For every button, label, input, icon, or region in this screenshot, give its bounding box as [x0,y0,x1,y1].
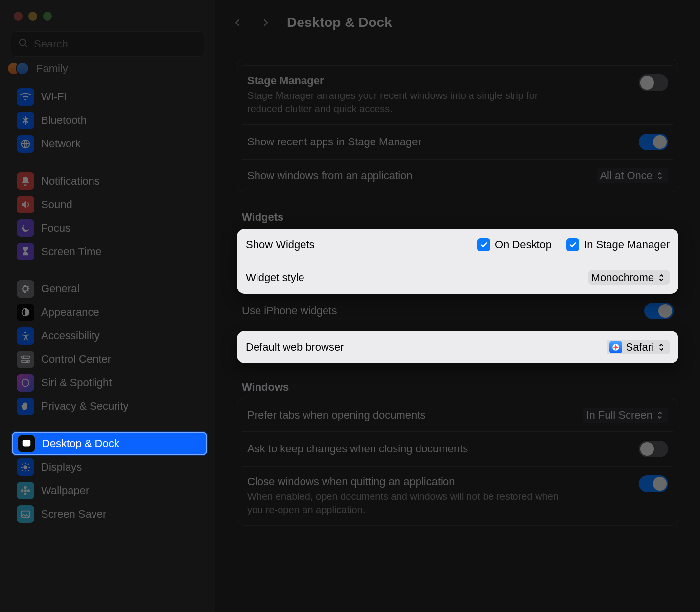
sidebar-item-screen-saver[interactable]: Screen Saver [12,502,207,526]
sidebar-item-accessibility[interactable]: Accessibility [12,324,207,348]
show-widgets-label: Show Widgets [246,238,315,251]
iphone-widgets-toggle[interactable] [644,303,674,319]
svg-point-2 [24,332,26,334]
windows-header: Windows [237,380,678,399]
svg-rect-9 [24,447,29,447]
zoom-window-button[interactable] [43,12,52,21]
header: Desktop & Dock [215,0,700,45]
back-button[interactable] [229,14,247,31]
search-field[interactable] [11,31,204,57]
sidebar-item-sound[interactable]: Sound [12,193,207,216]
sidebar-item-displays[interactable]: Displays [12,455,207,479]
sidebar-item-label: Network [41,138,81,150]
sidebar: Family Wi-Fi Bluetooth Network [0,0,215,612]
prefer-tabs-label: Prefer tabs when opening documents [247,409,425,422]
sidebar-item-label: Privacy & Security [41,400,129,413]
switches-icon [17,351,34,368]
svg-rect-8 [23,440,31,446]
sidebar-item-desktop-dock[interactable]: Desktop & Dock [12,432,207,455]
sidebar-item-network[interactable]: Network [12,132,207,156]
sidebar-item-label: Accessibility [41,330,100,342]
sidebar-item-label: Wi-Fi [41,91,66,103]
stage-manager-title: Stage Manager [247,74,560,87]
widget-style-popup[interactable]: Monochrome [588,270,670,285]
stage-recents-toggle[interactable] [639,134,668,150]
sidebar-item-wallpaper[interactable]: Wallpaper [12,479,207,502]
sidebar-item-screen-time[interactable]: Screen Time [12,240,207,263]
ask-keep-changes-toggle[interactable] [639,441,668,457]
close-windows-row: Close windows when quitting an applicati… [242,466,673,525]
gear-icon [17,280,34,298]
in-stage-manager-checkbox[interactable]: In Stage Manager [566,238,670,251]
siri-icon [17,374,34,392]
svg-point-6 [26,360,28,362]
settings-window: Family Wi-Fi Bluetooth Network [0,0,700,612]
appearance-icon [17,304,34,321]
stage-manager-group: Stage Manager Stage Manager arranges you… [237,65,678,192]
default-browser-card: Default web browser Safari [237,331,678,363]
svg-point-11 [24,489,27,492]
close-window-button[interactable] [14,12,23,21]
sidebar-item-family[interactable]: Family [12,62,207,78]
popup-value: In Full Screen [586,409,653,422]
bluetooth-icon [17,112,34,129]
prefer-tabs-popup[interactable]: In Full Screen [583,408,668,423]
stage-manager-desc: Stage Manager arranges your recent windo… [247,89,560,116]
ask-keep-changes-label: Ask to keep changes when closing documen… [247,443,468,455]
show-widgets-row: Show Widgets On Desktop In Stage Manager [237,229,678,261]
sidebar-item-wifi[interactable]: Wi-Fi [12,85,207,109]
close-windows-desc: When enabled, open documents and windows… [247,490,560,517]
safari-icon [609,341,622,353]
stage-recents-row: Show recent apps in Stage Manager [242,124,673,159]
sidebar-item-control-center[interactable]: Control Center [12,348,207,371]
updown-icon [658,273,667,282]
stage-windows-popup[interactable]: All at Once [597,168,668,183]
sidebar-item-notifications[interactable]: Notifications [12,169,207,193]
default-browser-popup[interactable]: Safari [607,340,670,354]
sidebar-item-focus[interactable]: Focus [12,216,207,240]
sidebar-item-siri-spotlight[interactable]: Siri & Spotlight [12,371,207,395]
default-browser-row: Default web browser Safari [237,331,678,363]
minimize-window-button[interactable] [28,12,37,21]
svg-point-15 [27,489,30,492]
content-scroll[interactable]: Stage Manager Stage Manager arranges you… [215,45,700,557]
sidebar-item-label: Siri & Spotlight [41,377,112,389]
family-avatars-icon [12,62,29,75]
sidebar-item-appearance[interactable]: Appearance [12,301,207,324]
window-traffic-lights [0,0,215,21]
default-browser-label: Default web browser [246,341,344,353]
sidebar-item-label: Appearance [41,306,99,319]
sidebar-item-label: Wallpaper [41,484,89,497]
popup-value: All at Once [600,169,653,182]
svg-point-13 [24,493,27,495]
on-desktop-checkbox[interactable]: On Desktop [477,238,552,251]
bell-icon [17,172,34,190]
updown-icon [656,171,665,181]
dock-icon [18,435,35,452]
sidebar-item-label: Screen Time [41,245,102,258]
sidebar-item-label: Focus [41,222,70,235]
stage-windows-row: Show windows from an application All at … [242,159,673,192]
forward-button[interactable] [257,14,274,31]
iphone-widgets-row: Use iPhone widgets [237,294,678,328]
sidebar-list[interactable]: Family Wi-Fi Bluetooth Network [0,62,215,612]
svg-point-7 [22,379,29,387]
sidebar-item-privacy-security[interactable]: Privacy & Security [12,395,207,418]
svg-point-14 [21,489,24,492]
wifi-icon [17,88,34,106]
sidebar-item-label: Desktop & Dock [42,437,119,450]
flower-icon [17,482,34,499]
sidebar-item-label: Displays [41,461,82,473]
close-windows-toggle[interactable] [639,475,668,492]
search-input[interactable] [34,38,197,50]
ask-keep-changes-row: Ask to keep changes when closing documen… [242,431,673,466]
stage-manager-toggle[interactable] [639,74,668,91]
sidebar-item-label: Family [36,62,68,75]
sidebar-item-general[interactable]: General [12,277,207,301]
popup-value: Monochrome [591,271,654,284]
sidebar-item-bluetooth[interactable]: Bluetooth [12,109,207,132]
updown-icon [658,342,667,352]
close-windows-label: Close windows when quitting an applicati… [247,475,560,488]
updown-icon [656,410,665,420]
svg-point-12 [24,486,27,489]
